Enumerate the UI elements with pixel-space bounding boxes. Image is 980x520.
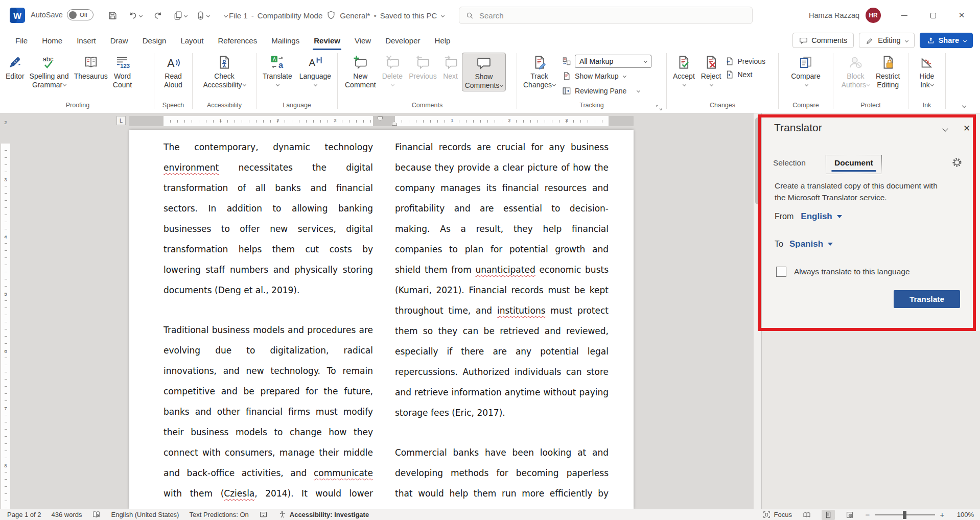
tab-file[interactable]: File bbox=[8, 31, 35, 50]
from-language-dropdown[interactable]: English bbox=[801, 211, 842, 222]
to-language-dropdown[interactable]: Spanish bbox=[789, 239, 833, 249]
tab-layout[interactable]: Layout bbox=[173, 31, 211, 50]
new-comment-button[interactable]: NewComment bbox=[342, 53, 379, 90]
word-count-button[interactable]: 123 WordCount bbox=[110, 53, 134, 90]
tab-view[interactable]: View bbox=[347, 31, 378, 50]
show-comments-button[interactable]: ShowComments bbox=[462, 53, 506, 91]
display-for-review-select[interactable]: All Markup bbox=[575, 55, 651, 68]
paragraph[interactable]: Traditional business models and procedur… bbox=[164, 320, 373, 509]
text-column-2[interactable]: Financial records are crucial for any bu… bbox=[395, 137, 609, 509]
save-button[interactable] bbox=[102, 7, 123, 23]
touch-mode-button[interactable] bbox=[192, 7, 213, 23]
reject-button[interactable]: Reject bbox=[698, 53, 724, 90]
zoom-in-button[interactable]: + bbox=[939, 510, 945, 519]
autosave-toggle[interactable]: Off bbox=[67, 9, 94, 20]
zoom-level[interactable]: 100% bbox=[953, 511, 974, 518]
reviewing-pane-button[interactable]: Reviewing Pane bbox=[562, 83, 651, 98]
tab-selection[interactable]: Selection bbox=[773, 158, 806, 168]
tab-home[interactable]: Home bbox=[35, 31, 69, 50]
minimize-button[interactable] bbox=[890, 0, 919, 31]
word-logo-icon[interactable]: W bbox=[9, 7, 26, 23]
tab-draw[interactable]: Draw bbox=[103, 31, 135, 50]
editing-mode-button[interactable]: Editing bbox=[859, 33, 914, 48]
editing-display-button[interactable] bbox=[259, 510, 268, 519]
zoom-out-button[interactable]: − bbox=[865, 510, 871, 519]
previous-change-button[interactable]: Previous bbox=[725, 55, 765, 68]
translate-button[interactable]: Translate bbox=[894, 290, 960, 308]
tab-document[interactable]: Document bbox=[826, 155, 881, 174]
tab-help[interactable]: Help bbox=[428, 31, 458, 50]
proofing-errors-button[interactable] bbox=[92, 510, 101, 519]
word-count-icon: 123 bbox=[114, 55, 130, 70]
autosave-label: AutoSave bbox=[31, 11, 63, 19]
language-button[interactable]: A Language bbox=[297, 53, 334, 90]
document-page[interactable]: The contemporary, dynamic technology env… bbox=[129, 130, 634, 509]
translator-settings-gear-icon[interactable] bbox=[951, 156, 963, 169]
redo-button[interactable] bbox=[147, 7, 168, 23]
language-indicator[interactable]: English (United States) bbox=[111, 511, 179, 518]
tab-references[interactable]: References bbox=[211, 31, 264, 50]
accept-button[interactable]: Accept bbox=[670, 53, 697, 90]
restrict-editing-button[interactable]: RestrictEditing bbox=[873, 53, 902, 90]
show-markup-button[interactable]: Show Markup bbox=[562, 68, 651, 83]
next-change-button[interactable]: Next bbox=[725, 68, 765, 81]
hide-ink-button[interactable]: HideInk bbox=[917, 53, 937, 90]
zoom-thumb[interactable] bbox=[903, 511, 906, 519]
comments-button[interactable]: Comments bbox=[792, 33, 854, 48]
tab-design[interactable]: Design bbox=[135, 31, 174, 50]
sensitivity-label[interactable]: General* bbox=[340, 11, 370, 20]
editor-button[interactable]: Editor bbox=[3, 53, 27, 82]
restore-button[interactable] bbox=[919, 0, 947, 31]
tab-review[interactable]: Review bbox=[307, 31, 347, 50]
always-translate-checkbox[interactable] bbox=[776, 267, 786, 277]
avatar[interactable]: HR bbox=[866, 8, 881, 23]
web-layout-button[interactable] bbox=[843, 510, 856, 520]
read-aloud-button[interactable]: A ReadAloud bbox=[161, 53, 185, 90]
text-predictions-indicator[interactable]: Text Predictions: On bbox=[189, 511, 248, 518]
text-column-1[interactable]: The contemporary, dynamic technology env… bbox=[164, 137, 373, 509]
page-indicator[interactable]: Page 1 of 2 bbox=[7, 511, 41, 518]
tab-stop-selector[interactable]: L bbox=[116, 116, 126, 125]
print-layout-button[interactable] bbox=[822, 510, 835, 520]
share-button[interactable]: Share bbox=[920, 33, 973, 48]
document-title-area[interactable]: File 1 - Compatibility Mode General* • S… bbox=[229, 0, 444, 31]
first-line-indent-marker[interactable] bbox=[378, 116, 383, 121]
check-accessibility-button[interactable]: CheckAccessibility bbox=[200, 53, 248, 90]
tab-mailings[interactable]: Mailings bbox=[264, 31, 307, 50]
paragraph[interactable]: The contemporary, dynamic technology env… bbox=[164, 137, 373, 300]
paragraph[interactable]: Commercial banks have been looking at an… bbox=[395, 442, 609, 509]
copy-button[interactable] bbox=[170, 7, 190, 23]
document-scrollbar[interactable] bbox=[753, 113, 761, 509]
pane-collapse-button[interactable] bbox=[940, 124, 951, 135]
word-count-indicator[interactable]: 436 words bbox=[52, 511, 82, 518]
focus-mode-button[interactable]: Focus bbox=[762, 510, 792, 519]
thesaurus-button[interactable]: Thesaurus bbox=[72, 53, 110, 82]
accessibility-status[interactable]: Accessibility: Investigate bbox=[278, 510, 369, 519]
account-area[interactable]: Hamza Razzaq HR bbox=[809, 0, 881, 31]
spelling-grammar-button[interactable]: abc Spelling andGrammar bbox=[27, 53, 72, 90]
group-label-tracking: Tracking bbox=[519, 102, 665, 113]
scrollbar-thumb[interactable] bbox=[755, 117, 760, 204]
vruler-number: 6 bbox=[0, 348, 11, 354]
zoom-track[interactable] bbox=[875, 514, 935, 515]
saved-status[interactable]: Saved to this PC bbox=[380, 11, 437, 20]
paragraph[interactable]: Financial records are crucial for any bu… bbox=[395, 137, 609, 423]
undo-button[interactable] bbox=[125, 7, 145, 23]
collapse-ribbon-button[interactable] bbox=[959, 102, 968, 110]
track-changes-button[interactable]: TrackChanges bbox=[521, 53, 558, 90]
search-bar[interactable] bbox=[459, 7, 753, 24]
delete-comment-button: Delete bbox=[380, 53, 405, 90]
pane-close-button[interactable]: ✕ bbox=[961, 123, 972, 134]
saved-status-chevron[interactable] bbox=[441, 13, 445, 17]
group-accessibility: CheckAccessibility Accessibility bbox=[194, 50, 254, 113]
tab-insert[interactable]: Insert bbox=[69, 31, 103, 50]
compare-button[interactable]: Compare bbox=[788, 53, 823, 90]
tab-developer[interactable]: Developer bbox=[378, 31, 427, 50]
close-button[interactable]: ✕ bbox=[947, 0, 976, 31]
search-input[interactable] bbox=[479, 11, 725, 20]
read-mode-button[interactable] bbox=[800, 510, 813, 520]
thesaurus-icon bbox=[83, 55, 99, 70]
dropdown-triangle-icon bbox=[837, 215, 842, 218]
translate-button[interactable]: Aa Translate bbox=[260, 53, 295, 90]
tracking-dialog-launcher-icon[interactable] bbox=[655, 104, 663, 111]
